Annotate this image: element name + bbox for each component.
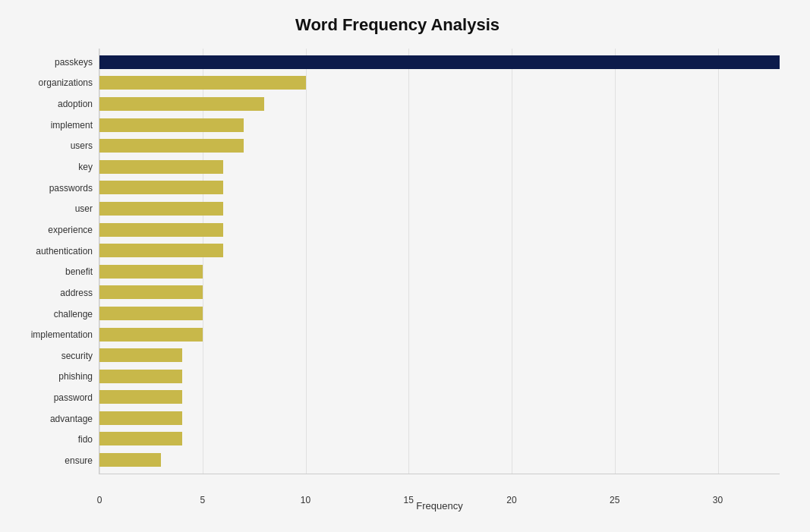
y-label-users: users (71, 137, 93, 155)
y-label-passkeys: passkeys (55, 53, 93, 71)
plot-area: 051015202530 Frequency (99, 49, 780, 474)
bar-row-user (99, 200, 780, 217)
y-label-passwords: passwords (49, 179, 93, 197)
bar-row-implementation (99, 326, 780, 343)
chart-title: Word Frequency Analysis (15, 15, 780, 35)
bar-implement (99, 118, 244, 132)
bar-row-users (99, 137, 780, 154)
y-label-authentication: authentication (36, 242, 93, 260)
bar-row-phishing (99, 368, 780, 385)
bar-row-implement (99, 117, 780, 134)
bar-implementation (99, 328, 203, 342)
bar-password (99, 390, 182, 404)
y-label-key: key (78, 158, 93, 176)
y-label-phishing: phishing (58, 367, 93, 386)
bar-passkeys (99, 55, 780, 69)
bar-row-authentication (99, 242, 780, 259)
bar-security (99, 348, 182, 362)
bar-row-security (99, 347, 780, 364)
y-label-implementation: implementation (31, 326, 93, 344)
bar-row-experience (99, 222, 780, 238)
bar-phishing (99, 370, 182, 383)
chart-area: passkeysorganizationsadoptionimplementus… (15, 49, 780, 474)
chart-container: Word Frequency Analysis passkeysorganiza… (0, 0, 810, 532)
bars-wrapper (99, 49, 780, 474)
bar-row-key (99, 159, 780, 175)
bar-row-ensure (99, 452, 780, 468)
y-label-ensure: ensure (65, 452, 93, 470)
bar-fido (99, 432, 182, 445)
y-label-address: address (60, 284, 93, 302)
bar-row-password (99, 389, 780, 405)
y-axis: passkeysorganizationsadoptionimplementus… (15, 49, 99, 474)
bar-row-passwords (99, 179, 780, 196)
bar-key (99, 160, 223, 174)
bar-row-address (99, 284, 780, 301)
bar-advantage (99, 411, 182, 425)
y-label-password: password (54, 389, 93, 407)
y-label-implement: implement (51, 116, 93, 134)
x-axis-title: Frequency (99, 500, 780, 512)
bar-passwords (99, 181, 223, 194)
y-label-advantage: advantage (50, 410, 93, 428)
y-label-organizations: organizations (39, 74, 93, 92)
bar-authentication (99, 244, 223, 257)
bar-row-fido (99, 430, 780, 447)
y-label-security: security (61, 347, 93, 365)
bar-row-benefit (99, 263, 780, 280)
y-label-challenge: challenge (54, 305, 93, 323)
bar-challenge (99, 307, 203, 320)
y-label-adoption: adoption (58, 95, 93, 113)
y-label-benefit: benefit (65, 263, 93, 281)
bar-adoption (99, 97, 264, 111)
y-label-user: user (75, 200, 93, 218)
bar-row-adoption (99, 96, 780, 112)
bar-row-organizations (99, 74, 780, 91)
y-label-experience: experience (48, 221, 93, 239)
bar-experience (99, 223, 223, 237)
bar-users (99, 139, 244, 153)
bar-organizations (99, 76, 306, 90)
bar-address (99, 285, 203, 299)
bar-row-challenge (99, 305, 780, 322)
bar-row-advantage (99, 410, 780, 427)
bar-user (99, 202, 223, 216)
bar-benefit (99, 265, 203, 279)
bar-row-passkeys (99, 54, 780, 71)
bar-ensure (99, 453, 161, 467)
y-label-fido: fido (78, 430, 93, 449)
